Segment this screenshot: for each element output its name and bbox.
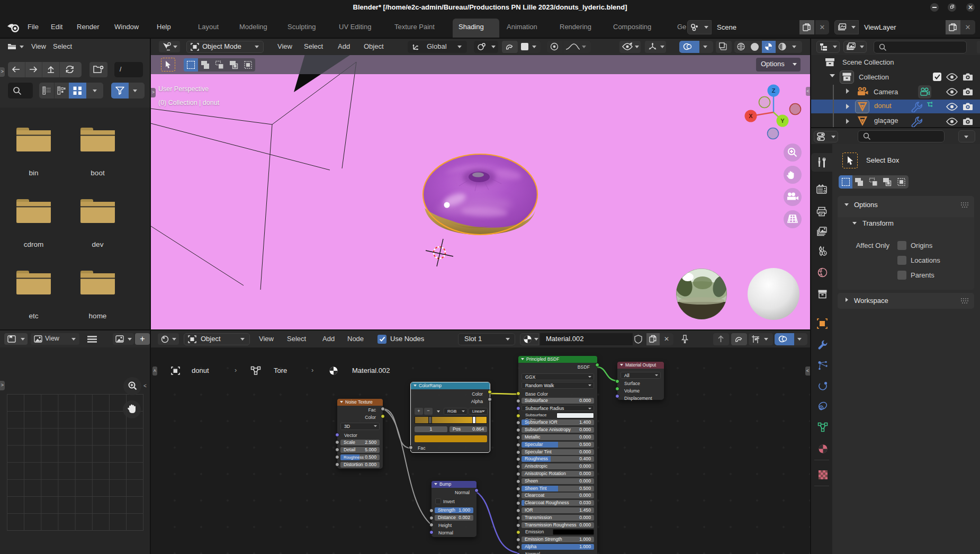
svg-text:X: X: [749, 113, 753, 119]
svg-text:Z: Z: [772, 87, 776, 94]
svg-text:Y: Y: [780, 118, 785, 124]
